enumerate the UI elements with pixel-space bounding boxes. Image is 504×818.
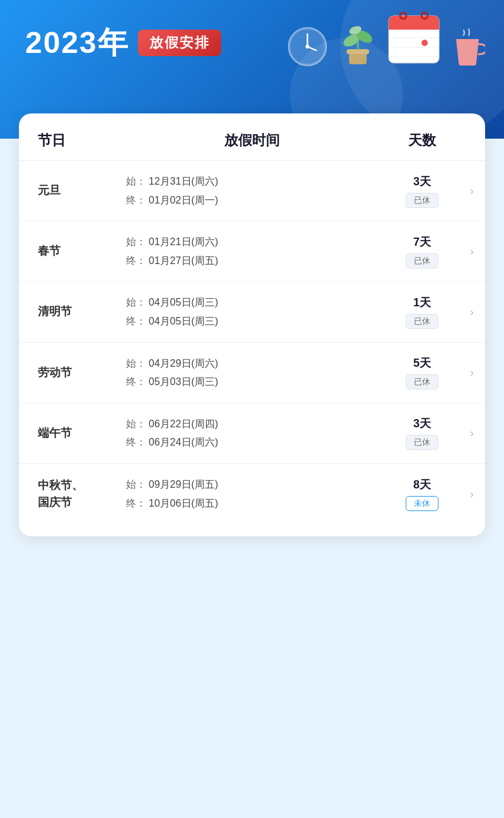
- cup-icon: [450, 26, 485, 69]
- status-badge: 未休: [406, 496, 438, 511]
- status-badge: 已休: [406, 435, 438, 450]
- table-row[interactable]: 春节始：01月21日(周六)终：01月27日(周五)7天已休›: [19, 221, 485, 282]
- cell-days: 3天已休: [378, 416, 466, 450]
- cell-festival: 端午节: [38, 425, 126, 442]
- decoration-area: [285, 6, 485, 69]
- end-date-line: 终：04月05日(周三): [126, 313, 378, 330]
- cell-festival: 春节: [38, 243, 126, 260]
- cell-dates: 始：09月29日(周五)终：10月06日(周五): [126, 476, 378, 511]
- table-row[interactable]: 端午节始：06月22日(周四)终：06月24日(周六)3天已休›: [19, 403, 485, 464]
- col-header-festival: 节日: [38, 131, 126, 150]
- cell-days: 7天已休: [378, 234, 466, 268]
- calendar-icon: [386, 6, 442, 69]
- chevron-right-icon: ›: [470, 184, 474, 197]
- cell-festival: 元旦: [38, 182, 126, 199]
- days-count: 7天: [413, 234, 431, 250]
- holiday-card: 节日 放假时间 天数 元旦始：12月31日(周六)终：01月02日(周一)3天已…: [19, 113, 485, 536]
- svg-rect-13: [389, 22, 439, 30]
- start-date-line: 始：12月31日(周六): [126, 173, 378, 190]
- table-header: 节日 放假时间 天数: [19, 113, 485, 161]
- cell-festival: 中秋节、国庆节: [38, 477, 126, 511]
- cell-days: 1天已休: [378, 295, 466, 329]
- cell-days: 5天已休: [378, 355, 466, 389]
- cell-days: 3天已休: [378, 174, 466, 208]
- start-date-line: 始：06月22日(周四): [126, 416, 378, 432]
- cell-days: 8天未休: [378, 477, 466, 511]
- clock-icon: [285, 24, 330, 69]
- cell-dates: 始：06月22日(周四)终：06月24日(周六): [126, 416, 378, 451]
- status-badge: 已休: [406, 314, 438, 329]
- cell-festival: 劳动节: [38, 364, 126, 381]
- status-badge: 已休: [406, 253, 438, 268]
- days-count: 1天: [413, 295, 431, 310]
- start-date-line: 始：04月05日(周三): [126, 294, 378, 311]
- cell-dates: 始：01月21日(周六)终：01月27日(周五): [126, 234, 378, 268]
- svg-point-19: [421, 40, 428, 46]
- table-row[interactable]: 清明节始：04月05日(周三)终：04月05日(周三)1天已休›: [19, 282, 485, 342]
- start-date-line: 始：04月29日(周六): [126, 355, 378, 372]
- cell-dates: 始：04月05日(周三)终：04月05日(周三): [126, 294, 378, 329]
- col-header-time: 放假时间: [126, 131, 378, 150]
- end-date-line: 终：01月27日(周五): [126, 253, 378, 269]
- chevron-right-icon: ›: [470, 305, 474, 318]
- end-date-line: 终：10月06日(周五): [126, 495, 378, 512]
- end-date-line: 终：06月24日(周六): [126, 434, 378, 451]
- cell-dates: 始：04月29日(周六)终：05月03日(周三): [126, 355, 378, 390]
- cell-dates: 始：12月31日(周六)终：01月02日(周一): [126, 173, 378, 208]
- cell-festival: 清明节: [38, 303, 126, 320]
- end-date-line: 终：01月02日(周一): [126, 192, 378, 209]
- start-date-line: 始：01月21日(周六): [126, 234, 378, 250]
- plant-icon: [338, 13, 378, 69]
- end-date-line: 终：05月03日(周三): [126, 374, 378, 390]
- status-badge: 已休: [406, 374, 438, 389]
- days-count: 3天: [413, 416, 431, 431]
- chevron-right-icon: ›: [470, 427, 474, 440]
- header-badge: 放假安排: [138, 30, 221, 56]
- start-date-line: 始：09月29日(周五): [126, 476, 378, 493]
- days-count: 3天: [413, 174, 431, 189]
- table-row[interactable]: 劳动节始：04月29日(周六)终：05月03日(周三)5天已休›: [19, 343, 485, 403]
- days-count: 8天: [413, 477, 431, 492]
- col-header-days: 天数: [378, 131, 466, 150]
- days-count: 5天: [413, 355, 431, 371]
- table-row[interactable]: 元旦始：12月31日(周六)终：01月02日(周一)3天已休›: [19, 161, 485, 221]
- chevron-right-icon: ›: [470, 245, 474, 258]
- table-row[interactable]: 中秋节、国庆节始：09月29日(周五)终：10月06日(周五)8天未休›: [19, 464, 485, 524]
- table-body: 元旦始：12月31日(周六)终：01月02日(周一)3天已休›春节始：01月21…: [19, 161, 485, 524]
- chevron-right-icon: ›: [470, 366, 474, 379]
- status-badge: 已休: [406, 193, 438, 208]
- chevron-right-icon: ›: [470, 487, 474, 500]
- year-text: 2023年: [25, 23, 129, 63]
- header-title-group: 2023年 放假安排: [25, 23, 221, 63]
